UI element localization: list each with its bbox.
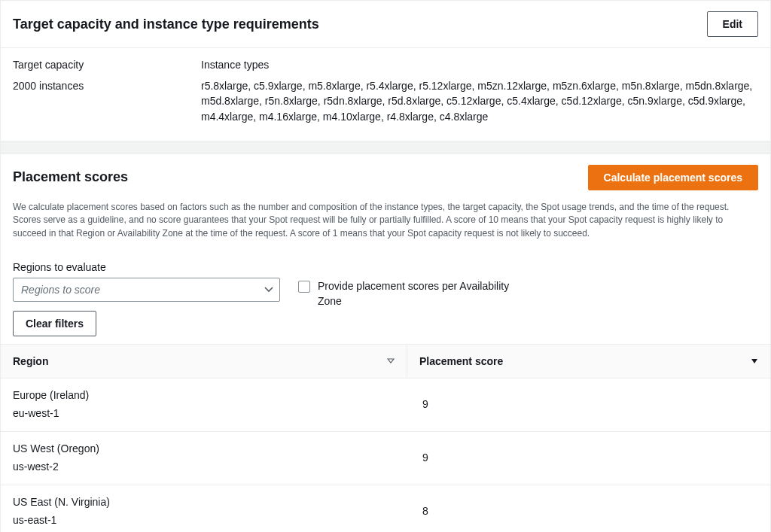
region-code: eu-west-1 [13, 407, 395, 419]
target-capacity-label: Target capacity [13, 59, 201, 71]
region-code: us-west-2 [13, 461, 395, 473]
edit-button[interactable]: Edit [707, 11, 758, 37]
sort-icon [387, 356, 395, 366]
column-header-placement-score[interactable]: Placement score [407, 345, 770, 378]
calculate-placement-scores-button[interactable]: Calculate placement scores [588, 165, 758, 190]
panel-title: Target capacity and instance type requir… [13, 17, 319, 32]
region-code: us-east-1 [13, 514, 395, 526]
target-requirements-panel: Target capacity and instance type requir… [0, 0, 771, 141]
regions-to-score-select[interactable]: Regions to score [13, 278, 280, 302]
clear-filters-button[interactable]: Clear filters [13, 311, 96, 336]
placement-description: We calculate placement scores based on f… [1, 201, 770, 251]
panel-body: Target capacity 2000 instances Instance … [1, 48, 770, 141]
panel-title: Placement scores [13, 169, 128, 185]
per-az-checkbox[interactable] [298, 281, 310, 293]
column-header-region[interactable]: Region [1, 345, 407, 378]
panel-header: Placement scores Calculate placement sco… [1, 154, 770, 201]
region-name: Europe (Ireland) [13, 389, 395, 401]
instance-types-value: r5.8xlarge, c5.9xlarge, m5.8xlarge, r5.4… [201, 78, 758, 124]
table-row: US West (Oregon) us-west-2 9 [1, 432, 770, 485]
panel-header: Target capacity and instance type requir… [1, 1, 770, 48]
regions-select-placeholder: Regions to score [21, 284, 100, 296]
target-capacity-value: 2000 instances [13, 78, 201, 93]
placement-controls: Regions to evaluate Regions to score Cle… [0, 251, 771, 344]
chevron-down-icon [264, 287, 273, 293]
table-row: Europe (Ireland) eu-west-1 9 [1, 378, 770, 432]
sort-desc-icon [751, 356, 758, 366]
regions-to-evaluate-label: Regions to evaluate [13, 261, 280, 273]
placement-score-cell: 9 [407, 378, 770, 431]
per-az-label: Provide placement scores per Availabilit… [318, 279, 513, 309]
table-row: US East (N. Virginia) us-east-1 8 [1, 485, 770, 532]
placement-scores-panel: Placement scores Calculate placement sco… [0, 154, 771, 251]
placement-scores-table: Region Placement score Europe (Ireland) … [0, 344, 771, 532]
placement-score-cell: 8 [407, 485, 770, 532]
region-name: US East (N. Virginia) [13, 496, 395, 508]
region-name: US West (Oregon) [13, 442, 395, 454]
placement-score-cell: 9 [407, 432, 770, 485]
table-header: Region Placement score [1, 344, 770, 378]
instance-types-label: Instance types [201, 59, 758, 71]
